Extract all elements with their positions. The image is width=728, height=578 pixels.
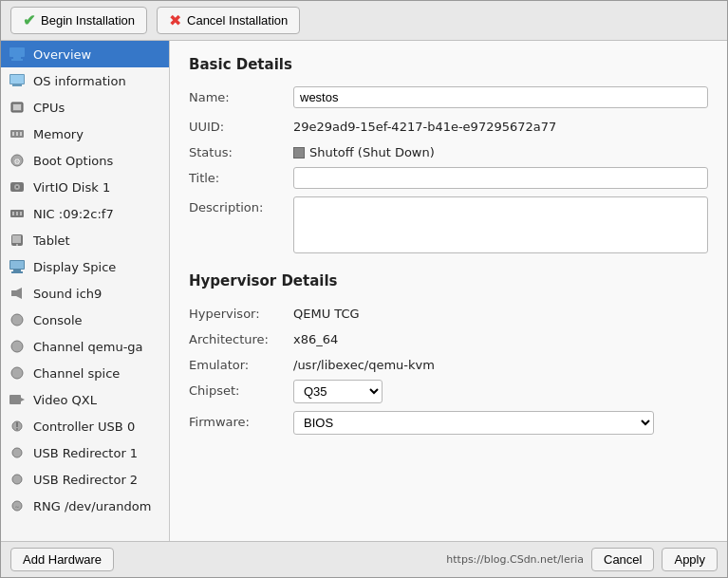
svg-rect-36: [16, 422, 18, 427]
architecture-value: x86_64: [293, 328, 708, 346]
svg-rect-20: [20, 212, 22, 215]
name-row: Name:: [189, 86, 708, 108]
add-hardware-button[interactable]: Add Hardware: [10, 548, 114, 571]
sidebar-label-console: Console: [33, 313, 83, 327]
status-square-icon: [293, 147, 305, 158]
svg-text:~: ~: [14, 503, 19, 510]
firmware-select[interactable]: BIOS UEFI: [293, 411, 654, 435]
sidebar-item-boot-options[interactable]: ⚙ Boot Options: [1, 147, 169, 174]
description-label: Description:: [189, 196, 293, 214]
sidebar-item-overview[interactable]: Overview: [1, 41, 169, 67]
status-row: Status: Shutoff (Shut Down): [189, 141, 708, 159]
svg-rect-26: [13, 270, 21, 271]
firmware-label: Firmware:: [189, 411, 293, 429]
title-row: Title:: [189, 167, 708, 189]
boot-options-icon: ⚙: [9, 152, 26, 169]
title-input[interactable]: [293, 167, 708, 189]
chipset-label: Chipset:: [189, 380, 293, 398]
hypervisor-row: Hypervisor: QEMU TCG: [189, 303, 708, 321]
firmware-row: Firmware: BIOS UEFI: [189, 411, 708, 435]
sidebar-item-console[interactable]: Console: [1, 307, 169, 333]
sidebar-item-usb-redirector-2[interactable]: USB Redirector 2: [1, 466, 169, 493]
hypervisor-title: Hypervisor Details: [189, 272, 708, 289]
sidebar-label-channel-qemu-ga: Channel qemu-ga: [33, 340, 143, 354]
cancel-installation-button[interactable]: ✖ Cancel Installation: [157, 7, 300, 34]
begin-installation-button[interactable]: ✔ Begin Installation: [10, 7, 147, 34]
sidebar-label-memory: Memory: [33, 127, 84, 141]
channel-qemu-ga-icon: [9, 338, 26, 355]
svg-rect-22: [12, 235, 21, 243]
apply-button[interactable]: Apply: [662, 548, 718, 571]
svg-rect-2: [11, 59, 23, 61]
sidebar-label-tablet: Tablet: [33, 233, 70, 248]
sidebar-label-sound-ich9: Sound ich9: [33, 287, 102, 301]
sidebar-item-virtio-disk[interactable]: VirtIO Disk 1: [1, 174, 169, 200]
sidebar-label-channel-spice: Channel spice: [33, 366, 120, 381]
basic-details-form: Name: UUID: 29e29ad9-15ef-4217-b41e-e972…: [189, 86, 708, 253]
virtio-disk-icon: [9, 178, 26, 196]
emulator-row: Emulator: /usr/libexec/qemu-kvm: [189, 354, 708, 372]
description-row: Description:: [189, 196, 708, 253]
bottom-right: https://blog.CSdn.net/leria Cancel Apply: [446, 548, 718, 571]
sidebar-label-usb-redirector-2: USB Redirector 2: [33, 473, 138, 487]
sidebar-label-usb-redirector-1: USB Redirector 1: [33, 446, 138, 460]
svg-rect-0: [9, 47, 25, 57]
svg-rect-33: [9, 395, 21, 404]
sidebar-item-controller-usb[interactable]: Controller USB 0: [1, 413, 169, 439]
sidebar-item-video-qxl[interactable]: Video QXL: [1, 386, 169, 413]
sidebar-label-overview: Overview: [33, 47, 91, 62]
cancel-x-icon: ✖: [169, 11, 181, 29]
hypervisor-form: Hypervisor: QEMU TCG Architecture: x86_6…: [189, 303, 708, 435]
tablet-icon: [9, 232, 26, 249]
memory-icon: [9, 125, 26, 142]
main-area: Overview OS information CPUs: [1, 41, 727, 541]
sidebar-item-display-spice[interactable]: Display Spice: [1, 253, 169, 280]
sidebar-item-sound-ich9[interactable]: Sound ich9: [1, 280, 169, 307]
sidebar-item-tablet[interactable]: Tablet: [1, 227, 169, 253]
svg-rect-28: [11, 290, 16, 296]
name-input[interactable]: [293, 86, 708, 108]
sidebar-item-rng[interactable]: ~ RNG /dev/urandom: [1, 493, 169, 519]
sidebar-item-memory[interactable]: Memory: [1, 121, 169, 147]
sidebar-label-rng: RNG /dev/urandom: [33, 499, 151, 513]
uuid-label: UUID:: [189, 116, 293, 134]
svg-point-23: [16, 244, 18, 246]
sidebar-item-usb-redirector-1[interactable]: USB Redirector 1: [1, 439, 169, 466]
bottom-bar: Add Hardware https://blog.CSdn.net/leria…: [1, 541, 727, 577]
cpus-icon: [9, 99, 26, 116]
sidebar-label-display-spice: Display Spice: [33, 260, 116, 274]
emulator-value: /usr/libexec/qemu-kvm: [293, 354, 708, 372]
add-hardware-label: Add Hardware: [23, 552, 102, 567]
sidebar-item-nic[interactable]: NIC :09:2c:f7: [1, 200, 169, 227]
controller-usb-icon: [9, 418, 26, 435]
sidebar-item-channel-spice[interactable]: Channel spice: [1, 360, 169, 386]
cancel-button[interactable]: Cancel: [591, 548, 654, 571]
hypervisor-value: QEMU TCG: [293, 303, 708, 321]
rng-icon: ~: [9, 497, 26, 514]
basic-details-title: Basic Details: [189, 56, 708, 73]
content-panel: Basic Details Name: UUID: 29e29ad9-15ef-…: [170, 41, 727, 541]
hypervisor-section: Hypervisor Details Hypervisor: QEMU TCG …: [189, 272, 708, 435]
chipset-select[interactable]: Q35 i440FX: [293, 380, 383, 403]
svg-marker-34: [21, 398, 25, 401]
overview-icon: [9, 46, 26, 63]
svg-rect-4: [10, 75, 24, 84]
architecture-label: Architecture:: [189, 328, 293, 346]
svg-text:⚙: ⚙: [13, 158, 20, 166]
toolbar: ✔ Begin Installation ✖ Cancel Installati…: [1, 1, 727, 41]
chipset-row: Chipset: Q35 i440FX: [189, 380, 708, 403]
sidebar: Overview OS information CPUs: [1, 41, 170, 541]
status-label: Status:: [189, 141, 293, 159]
status-text: Shutoff (Shut Down): [309, 145, 435, 159]
svg-point-31: [11, 341, 23, 352]
uuid-value: 29e29ad9-15ef-4217-b41e-e97295672a77: [293, 116, 708, 134]
sidebar-item-cpus[interactable]: CPUs: [1, 94, 169, 121]
sidebar-label-boot-options: Boot Options: [33, 154, 113, 168]
hypervisor-label: Hypervisor:: [189, 303, 293, 321]
chipset-select-row: Q35 i440FX: [293, 380, 383, 403]
svg-point-16: [16, 186, 18, 188]
description-input[interactable]: [293, 196, 708, 253]
sidebar-item-os-information[interactable]: OS information: [1, 67, 169, 94]
svg-point-39: [12, 475, 22, 484]
sidebar-item-channel-qemu-ga[interactable]: Channel qemu-ga: [1, 333, 169, 360]
